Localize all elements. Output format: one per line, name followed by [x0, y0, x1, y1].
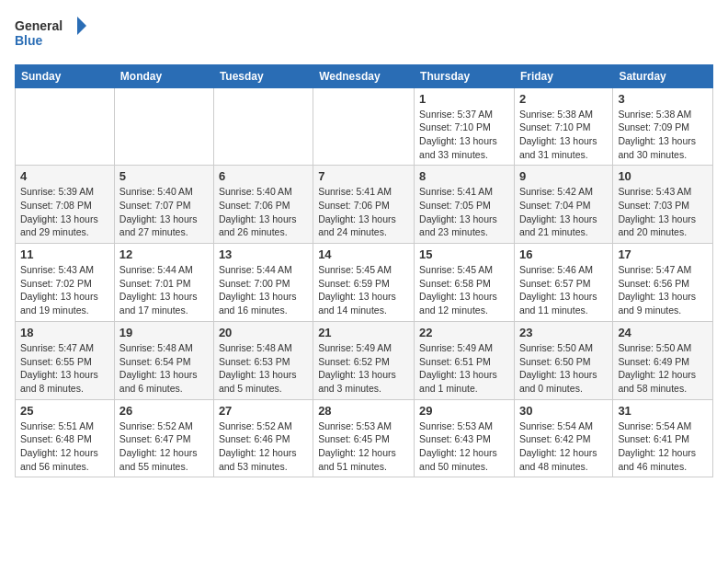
- day-info: Sunrise: 5:40 AM Sunset: 7:07 PM Dayligh…: [119, 185, 209, 239]
- calendar-cell: 3Sunrise: 5:38 AM Sunset: 7:09 PM Daylig…: [613, 87, 713, 166]
- page-header: General Blue: [15, 15, 713, 55]
- logo-svg: General Blue: [15, 15, 88, 52]
- calendar-cell: 2Sunrise: 5:38 AM Sunset: 7:10 PM Daylig…: [514, 87, 612, 166]
- day-number: 6: [219, 169, 308, 183]
- logo-text: General Blue: [15, 15, 88, 55]
- calendar-cell: 17Sunrise: 5:47 AM Sunset: 6:56 PM Dayli…: [613, 244, 713, 322]
- column-header-friday: Friday: [514, 64, 612, 87]
- day-info: Sunrise: 5:53 AM Sunset: 6:43 PM Dayligh…: [419, 419, 509, 474]
- svg-text:General: General: [15, 18, 63, 33]
- column-header-thursday: Thursday: [415, 64, 515, 87]
- calendar-week-1: 1Sunrise: 5:37 AM Sunset: 7:10 PM Daylig…: [16, 87, 713, 166]
- calendar-cell: 11Sunrise: 5:43 AM Sunset: 7:02 PM Dayli…: [16, 244, 115, 322]
- calendar-cell: 8Sunrise: 5:41 AM Sunset: 7:05 PM Daylig…: [415, 166, 515, 244]
- calendar-cell: 5Sunrise: 5:40 AM Sunset: 7:07 PM Daylig…: [114, 166, 213, 244]
- calendar-cell: 25Sunrise: 5:51 AM Sunset: 6:48 PM Dayli…: [16, 399, 115, 477]
- day-info: Sunrise: 5:37 AM Sunset: 7:10 PM Dayligh…: [419, 108, 509, 162]
- day-info: Sunrise: 5:51 AM Sunset: 6:48 PM Dayligh…: [20, 419, 109, 474]
- calendar-cell: 13Sunrise: 5:44 AM Sunset: 7:00 PM Dayli…: [213, 244, 313, 322]
- day-info: Sunrise: 5:43 AM Sunset: 7:02 PM Dayligh…: [20, 263, 109, 317]
- day-number: 26: [119, 404, 209, 418]
- day-number: 22: [419, 326, 509, 339]
- day-number: 1: [419, 92, 509, 106]
- column-header-saturday: Saturday: [613, 64, 713, 87]
- calendar-cell: 26Sunrise: 5:52 AM Sunset: 6:47 PM Dayli…: [114, 399, 213, 477]
- calendar-cell: 22Sunrise: 5:49 AM Sunset: 6:51 PM Dayli…: [415, 321, 515, 399]
- day-number: 11: [20, 247, 109, 261]
- day-info: Sunrise: 5:53 AM Sunset: 6:45 PM Dayligh…: [318, 419, 409, 474]
- day-info: Sunrise: 5:44 AM Sunset: 7:01 PM Dayligh…: [119, 263, 209, 317]
- day-info: Sunrise: 5:54 AM Sunset: 6:41 PM Dayligh…: [618, 419, 708, 474]
- day-number: 8: [419, 169, 509, 183]
- calendar-week-2: 4Sunrise: 5:39 AM Sunset: 7:08 PM Daylig…: [16, 166, 713, 244]
- calendar-cell: 28Sunrise: 5:53 AM Sunset: 6:45 PM Dayli…: [313, 399, 415, 477]
- column-header-wednesday: Wednesday: [313, 64, 415, 87]
- calendar-cell: 16Sunrise: 5:46 AM Sunset: 6:57 PM Dayli…: [514, 244, 612, 322]
- day-number: 14: [318, 247, 409, 261]
- day-info: Sunrise: 5:54 AM Sunset: 6:42 PM Dayligh…: [519, 419, 608, 474]
- day-number: 29: [419, 404, 509, 418]
- calendar-cell: 24Sunrise: 5:50 AM Sunset: 6:49 PM Dayli…: [613, 321, 713, 399]
- day-number: 2: [519, 92, 608, 106]
- day-info: Sunrise: 5:39 AM Sunset: 7:08 PM Dayligh…: [20, 185, 109, 239]
- day-info: Sunrise: 5:47 AM Sunset: 6:56 PM Dayligh…: [618, 263, 708, 317]
- day-info: Sunrise: 5:47 AM Sunset: 6:55 PM Dayligh…: [20, 341, 109, 396]
- day-info: Sunrise: 5:45 AM Sunset: 6:58 PM Dayligh…: [419, 263, 509, 317]
- svg-text:Blue: Blue: [15, 33, 43, 48]
- day-number: 7: [318, 169, 409, 183]
- day-number: 28: [318, 404, 409, 418]
- calendar-week-4: 18Sunrise: 5:47 AM Sunset: 6:55 PM Dayli…: [16, 321, 713, 399]
- day-info: Sunrise: 5:41 AM Sunset: 7:06 PM Dayligh…: [318, 185, 409, 239]
- calendar-table: SundayMondayTuesdayWednesdayThursdayFrid…: [15, 64, 713, 478]
- day-number: 18: [20, 326, 109, 339]
- day-number: 3: [618, 92, 708, 106]
- day-number: 9: [519, 169, 608, 183]
- day-number: 30: [519, 404, 608, 418]
- day-number: 21: [318, 326, 409, 339]
- day-info: Sunrise: 5:49 AM Sunset: 6:51 PM Dayligh…: [419, 341, 509, 396]
- day-number: 24: [618, 326, 708, 339]
- calendar-cell: 7Sunrise: 5:41 AM Sunset: 7:06 PM Daylig…: [313, 166, 415, 244]
- day-info: Sunrise: 5:52 AM Sunset: 6:46 PM Dayligh…: [219, 419, 308, 474]
- day-info: Sunrise: 5:42 AM Sunset: 7:04 PM Dayligh…: [519, 185, 608, 239]
- day-info: Sunrise: 5:49 AM Sunset: 6:52 PM Dayligh…: [318, 341, 409, 396]
- calendar-cell: 29Sunrise: 5:53 AM Sunset: 6:43 PM Dayli…: [415, 399, 515, 477]
- column-header-monday: Monday: [114, 64, 213, 87]
- day-info: Sunrise: 5:45 AM Sunset: 6:59 PM Dayligh…: [318, 263, 409, 317]
- day-number: 31: [618, 404, 708, 418]
- logo: General Blue: [15, 15, 88, 55]
- day-number: 23: [519, 326, 608, 339]
- calendar-cell: 9Sunrise: 5:42 AM Sunset: 7:04 PM Daylig…: [514, 166, 612, 244]
- day-info: Sunrise: 5:40 AM Sunset: 7:06 PM Dayligh…: [219, 185, 308, 239]
- day-number: 13: [219, 247, 308, 261]
- calendar-cell: 12Sunrise: 5:44 AM Sunset: 7:01 PM Dayli…: [114, 244, 213, 322]
- calendar-cell: [16, 87, 115, 166]
- day-number: 4: [20, 169, 109, 183]
- calendar-cell: 19Sunrise: 5:48 AM Sunset: 6:54 PM Dayli…: [114, 321, 213, 399]
- day-info: Sunrise: 5:44 AM Sunset: 7:00 PM Dayligh…: [219, 263, 308, 317]
- day-number: 5: [119, 169, 209, 183]
- day-number: 15: [419, 247, 509, 261]
- day-info: Sunrise: 5:46 AM Sunset: 6:57 PM Dayligh…: [519, 263, 608, 317]
- day-info: Sunrise: 5:38 AM Sunset: 7:10 PM Dayligh…: [519, 108, 608, 162]
- day-info: Sunrise: 5:41 AM Sunset: 7:05 PM Dayligh…: [419, 185, 509, 239]
- calendar-cell: [114, 87, 213, 166]
- calendar-cell: [213, 87, 313, 166]
- day-number: 25: [20, 404, 109, 418]
- calendar-week-5: 25Sunrise: 5:51 AM Sunset: 6:48 PM Dayli…: [16, 399, 713, 477]
- day-number: 10: [618, 169, 708, 183]
- calendar-cell: 21Sunrise: 5:49 AM Sunset: 6:52 PM Dayli…: [313, 321, 415, 399]
- calendar-cell: 31Sunrise: 5:54 AM Sunset: 6:41 PM Dayli…: [613, 399, 713, 477]
- day-info: Sunrise: 5:38 AM Sunset: 7:09 PM Dayligh…: [618, 108, 708, 162]
- day-info: Sunrise: 5:50 AM Sunset: 6:49 PM Dayligh…: [618, 341, 708, 396]
- day-number: 20: [219, 326, 308, 339]
- calendar-cell: 23Sunrise: 5:50 AM Sunset: 6:50 PM Dayli…: [514, 321, 612, 399]
- day-number: 19: [119, 326, 209, 339]
- day-number: 27: [219, 404, 308, 418]
- calendar-cell: 14Sunrise: 5:45 AM Sunset: 6:59 PM Dayli…: [313, 244, 415, 322]
- day-info: Sunrise: 5:43 AM Sunset: 7:03 PM Dayligh…: [618, 185, 708, 239]
- calendar-cell: 20Sunrise: 5:48 AM Sunset: 6:53 PM Dayli…: [213, 321, 313, 399]
- column-header-sunday: Sunday: [16, 64, 115, 87]
- svg-marker-2: [77, 17, 86, 35]
- day-number: 12: [119, 247, 209, 261]
